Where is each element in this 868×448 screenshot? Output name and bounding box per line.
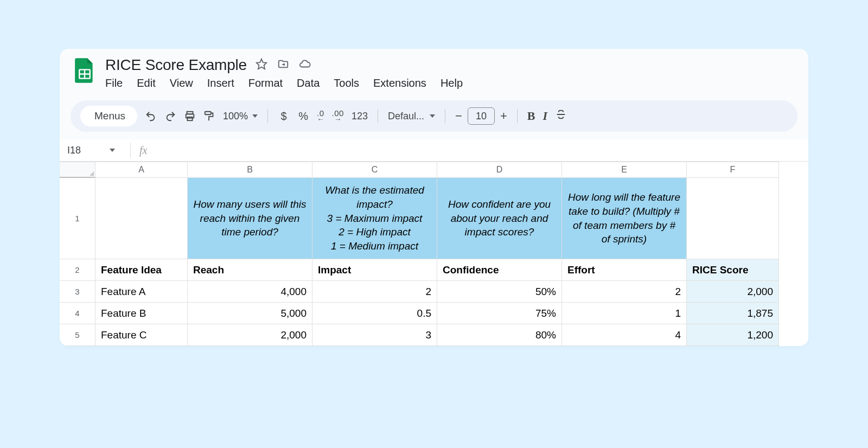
sheets-logo xyxy=(71,56,99,85)
cell-D2[interactable]: Confidence xyxy=(437,259,562,281)
row-header-5[interactable]: 5 xyxy=(60,324,95,346)
percent-button[interactable]: % xyxy=(297,110,309,122)
cell-E5[interactable]: 4 xyxy=(562,324,687,346)
col-header-E[interactable]: E xyxy=(562,162,687,178)
redo-icon[interactable] xyxy=(164,110,176,122)
row-header-1[interactable]: 1 xyxy=(60,178,95,259)
bold-button[interactable]: B xyxy=(527,109,535,123)
cell-C2[interactable]: Impact xyxy=(312,259,437,281)
menu-insert[interactable]: Insert xyxy=(207,77,234,89)
cell-B5[interactable]: 2,000 xyxy=(188,324,312,346)
font-family-dropdown[interactable]: Defaul... xyxy=(388,111,435,122)
name-and-formula-bar: I18 fx xyxy=(60,139,808,162)
cell-B1[interactable]: How many users will this reach within th… xyxy=(188,178,312,259)
menu-file[interactable]: File xyxy=(105,77,123,89)
star-icon[interactable] xyxy=(256,58,267,72)
cell-E4[interactable]: 1 xyxy=(562,303,687,324)
select-all-corner[interactable] xyxy=(60,162,95,178)
col-header-B[interactable]: B xyxy=(188,162,312,178)
fx-icon: fx xyxy=(139,144,147,157)
decrease-decimal-icon[interactable]: .0← xyxy=(317,110,324,122)
cell-E3[interactable]: 2 xyxy=(562,281,687,303)
menu-extensions[interactable]: Extensions xyxy=(373,77,426,89)
spreadsheet-grid[interactable]: A B C D E F 1 How many users will this r… xyxy=(60,162,808,346)
cell-B4[interactable]: 5,000 xyxy=(188,303,312,324)
cell-A1[interactable] xyxy=(95,178,188,259)
cell-B3[interactable]: 4,000 xyxy=(188,281,312,303)
cell-B2[interactable]: Reach xyxy=(188,259,312,281)
currency-button[interactable]: $ xyxy=(278,110,290,122)
font-size-input[interactable] xyxy=(468,107,495,125)
row-header-2[interactable]: 2 xyxy=(60,259,95,281)
col-header-A[interactable]: A xyxy=(95,162,188,178)
cell-C3[interactable]: 2 xyxy=(312,281,437,303)
cell-F2[interactable]: RICE Score xyxy=(687,259,779,281)
menu-format[interactable]: Format xyxy=(248,77,283,89)
menu-data[interactable]: Data xyxy=(297,77,320,89)
cell-F4[interactable]: 1,875 xyxy=(687,303,779,324)
menu-view[interactable]: View xyxy=(170,77,193,89)
cell-A5[interactable]: Feature C xyxy=(95,324,188,346)
undo-icon[interactable] xyxy=(145,110,157,122)
cell-F1[interactable] xyxy=(687,178,779,259)
move-icon[interactable] xyxy=(277,58,289,72)
strikethrough-button[interactable] xyxy=(555,108,567,124)
increase-decimal-icon[interactable]: .00→ xyxy=(332,110,344,122)
number-format-button[interactable]: 123 xyxy=(352,111,368,122)
cell-C1[interactable]: What is the estimated impact? 3 = Maximu… xyxy=(312,178,437,259)
paint-format-icon[interactable] xyxy=(203,110,215,122)
col-header-D[interactable]: D xyxy=(437,162,562,178)
zoom-dropdown[interactable]: 100% xyxy=(223,111,258,122)
document-title[interactable]: RICE Score Example xyxy=(105,56,247,74)
cell-A2[interactable]: Feature Idea xyxy=(95,259,188,281)
cell-D5[interactable]: 80% xyxy=(437,324,562,346)
col-header-C[interactable]: C xyxy=(312,162,437,178)
decrease-font-size[interactable]: − xyxy=(455,110,462,122)
cloud-status-icon[interactable] xyxy=(299,58,311,72)
cell-A4[interactable]: Feature B xyxy=(95,303,188,324)
increase-font-size[interactable]: + xyxy=(500,110,507,122)
cell-D1[interactable]: How confident are you about your reach a… xyxy=(437,178,562,259)
menu-help[interactable]: Help xyxy=(441,77,463,89)
col-header-F[interactable]: F xyxy=(687,162,779,178)
cell-F3[interactable]: 2,000 xyxy=(687,281,779,303)
menu-edit[interactable]: Edit xyxy=(137,77,155,89)
cell-A3[interactable]: Feature A xyxy=(95,281,188,303)
menu-bar: File Edit View Insert Format Data Tools … xyxy=(105,77,463,89)
menus-search[interactable]: Menus xyxy=(80,106,137,126)
menu-tools[interactable]: Tools xyxy=(334,77,359,89)
header: RICE Score Example File Edit View Insert… xyxy=(60,49,808,95)
svg-marker-3 xyxy=(257,59,266,69)
name-box[interactable]: I18 xyxy=(67,145,122,156)
sheets-window: RICE Score Example File Edit View Insert… xyxy=(60,49,808,346)
cell-D3[interactable]: 50% xyxy=(437,281,562,303)
cell-C5[interactable]: 3 xyxy=(312,324,437,346)
svg-rect-9 xyxy=(205,112,211,115)
row-header-3[interactable]: 3 xyxy=(60,281,95,303)
cell-E2[interactable]: Effort xyxy=(562,259,687,281)
cell-E1[interactable]: How long will the feature take to build?… xyxy=(562,178,687,259)
italic-button[interactable]: I xyxy=(542,109,547,123)
cell-C4[interactable]: 0.5 xyxy=(312,303,437,324)
row-header-4[interactable]: 4 xyxy=(60,303,95,324)
toolbar: Menus 100% $ % .0← .00→ 123 Defaul... − … xyxy=(71,100,797,132)
print-icon[interactable] xyxy=(184,110,196,122)
cell-D4[interactable]: 75% xyxy=(437,303,562,324)
cell-F5[interactable]: 1,200 xyxy=(687,324,779,346)
